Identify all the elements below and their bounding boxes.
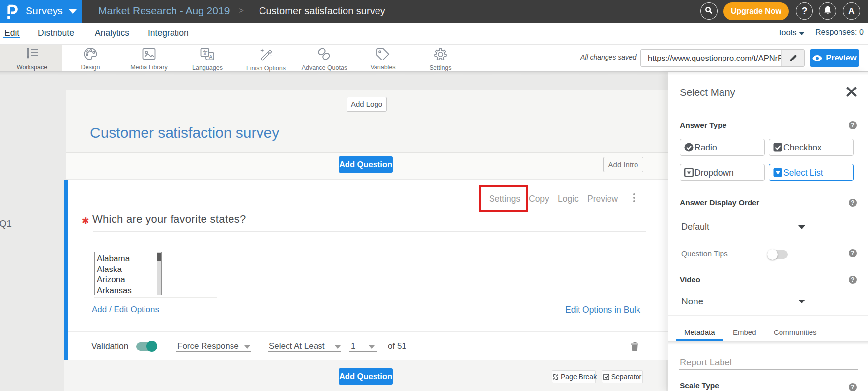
- svg-text:文: 文: [203, 50, 208, 56]
- svg-text:A: A: [209, 54, 213, 60]
